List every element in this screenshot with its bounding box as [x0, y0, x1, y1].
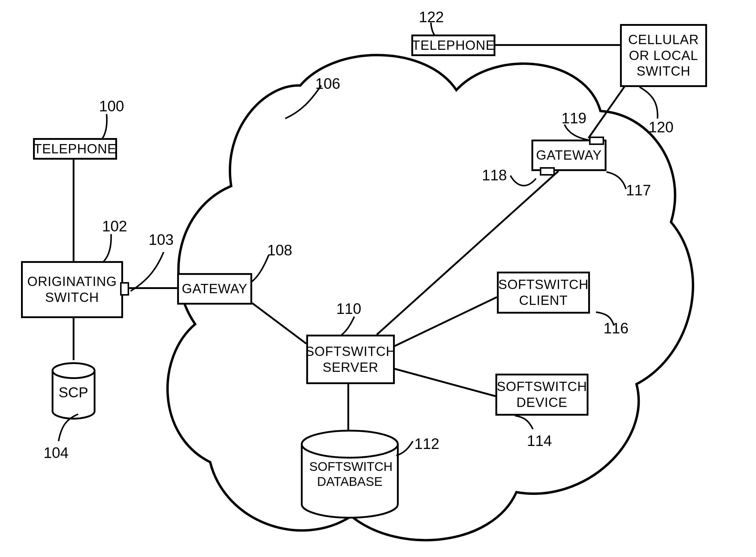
ref-118: 118 [482, 167, 507, 184]
node-telephone-2: TELEPHONE [411, 34, 495, 56]
port-119 [589, 137, 604, 145]
ref-122: 122 [419, 8, 444, 26]
label: TELEPHONE [34, 141, 116, 157]
label: SOFTSWITCH SERVER [305, 344, 396, 375]
ref-119: 119 [561, 110, 586, 127]
label: TELEPHONE [412, 37, 495, 53]
node-telephone-1: TELEPHONE [33, 138, 117, 160]
ref-116: 116 [604, 320, 628, 337]
svg-point-10 [53, 363, 94, 378]
ref-100: 100 [99, 97, 124, 115]
svg-line-6 [390, 297, 497, 348]
node-gateway-1: GATEWAY [177, 273, 252, 304]
node-cellular-switch: CELLULAR OR LOCAL SWITCH [620, 24, 707, 87]
ref-120: 120 [648, 119, 673, 136]
label: GATEWAY [536, 147, 602, 163]
ref-108: 108 [267, 242, 292, 259]
label: CELLULAR OR LOCAL SWITCH [628, 32, 699, 79]
ref-102: 102 [102, 217, 127, 235]
node-softswitch-device: SOFTSWITCH DEVICE [495, 374, 588, 416]
ref-106: 106 [315, 75, 340, 92]
port-103 [120, 282, 129, 296]
port-118 [540, 167, 555, 176]
label: SOFTSWITCH DEVICE [497, 379, 587, 411]
ref-110: 110 [336, 300, 361, 318]
ref-114: 114 [527, 432, 552, 449]
ref-103: 103 [149, 231, 173, 248]
node-originating-switch: ORIGINATING SWITCH [21, 261, 123, 318]
label: SOFTSWITCH CLIENT [498, 277, 589, 309]
svg-line-8 [588, 78, 631, 138]
svg-point-11 [302, 431, 398, 458]
ref-112: 112 [414, 435, 439, 452]
label: ORIGINATING SWITCH [27, 274, 117, 305]
softswitch-db-label: SOFTSWITCH DATABASE [309, 459, 390, 490]
ref-104: 104 [44, 444, 68, 462]
svg-line-5 [390, 368, 495, 396]
scp-label: SCP [59, 384, 88, 401]
label: GATEWAY [182, 281, 248, 297]
node-softswitch-server: SOFTSWITCH SERVER [306, 334, 395, 384]
svg-line-3 [252, 303, 306, 344]
ref-117: 117 [626, 182, 651, 199]
node-softswitch-client: SOFTSWITCH CLIENT [497, 272, 590, 314]
